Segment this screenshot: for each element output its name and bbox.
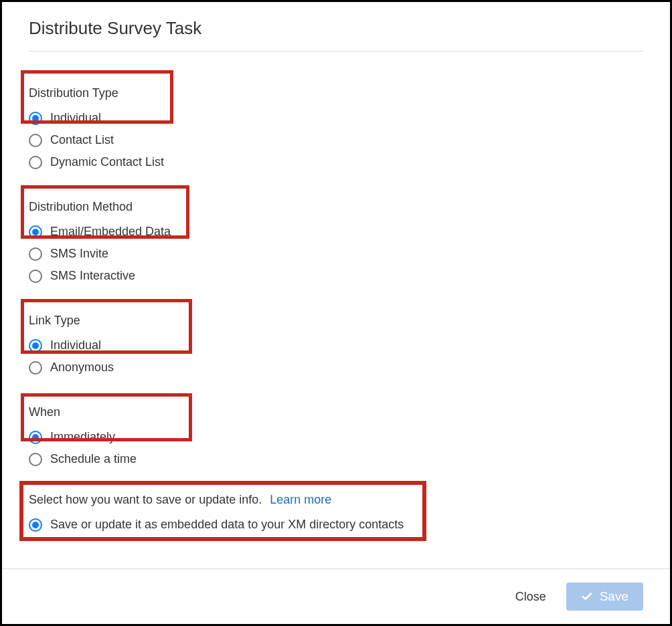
radio-label: Dynamic Contact List <box>50 155 164 169</box>
radio-option-contact-list[interactable]: Contact List <box>29 129 643 151</box>
section-label: Select how you want to save or update in… <box>29 490 262 507</box>
radio-label: Email/Embedded Data <box>50 225 171 239</box>
save-button[interactable]: Save <box>566 583 643 611</box>
radio-option-save-embedded-data[interactable]: Save or update it as embedded data to yo… <box>29 514 643 536</box>
radio-label: Individual <box>50 338 101 352</box>
save-button-label: Save <box>600 589 628 604</box>
section-distribution-type: Distribution Type Individual Contact Lis… <box>29 84 643 173</box>
radio-icon <box>29 361 42 375</box>
radio-option-sms-interactive[interactable]: SMS Interactive <box>29 265 643 287</box>
radio-icon <box>29 431 42 444</box>
radio-label: Save or update it as embedded data to yo… <box>50 518 404 532</box>
radio-label: Contact List <box>50 133 114 147</box>
radio-label: Individual <box>50 111 101 125</box>
section-label: Link Type <box>29 311 643 328</box>
radio-label: SMS Interactive <box>50 269 135 283</box>
radio-option-link-individual[interactable]: Individual <box>29 334 643 356</box>
radio-icon <box>29 156 42 169</box>
radio-icon <box>29 112 42 125</box>
radio-option-link-anonymous[interactable]: Anonymous <box>29 356 643 379</box>
radio-icon <box>29 453 42 466</box>
close-button[interactable]: Close <box>511 583 550 611</box>
section-label: When <box>29 403 643 419</box>
radio-label: Immediately <box>50 430 115 444</box>
radio-label: SMS Invite <box>50 247 108 261</box>
radio-icon <box>29 518 42 532</box>
modal-content: Distribution Type Individual Contact Lis… <box>2 51 670 624</box>
modal-footer: Close Save <box>2 568 670 624</box>
radio-icon <box>29 270 42 283</box>
radio-icon <box>29 225 42 239</box>
section-link-type: Link Type Individual Anonymous <box>29 311 643 379</box>
page-title: Distribute Survey Task <box>29 18 643 39</box>
section-save-info: Select how you want to save or update in… <box>29 488 643 536</box>
section-label: Distribution Method <box>29 197 643 214</box>
radio-option-schedule-time[interactable]: Schedule a time <box>29 448 643 470</box>
radio-option-email-embedded[interactable]: Email/Embedded Data <box>29 221 643 243</box>
radio-label: Schedule a time <box>50 452 137 466</box>
radio-icon <box>29 339 42 352</box>
learn-more-link[interactable]: Learn more <box>270 493 331 507</box>
radio-icon <box>29 134 42 147</box>
section-when: When Immediately Schedule a time <box>29 403 643 470</box>
radio-option-individual[interactable]: Individual <box>29 107 643 129</box>
radio-option-immediately[interactable]: Immediately <box>29 426 643 448</box>
distribute-survey-modal: Distribute Survey Task Distribution Type… <box>2 2 670 624</box>
check-icon <box>581 591 593 603</box>
modal-header: Distribute Survey Task <box>2 2 670 51</box>
radio-option-dynamic-contact-list[interactable]: Dynamic Contact List <box>29 151 643 173</box>
section-distribution-method: Distribution Method Email/Embedded Data … <box>29 197 643 287</box>
radio-icon <box>29 247 42 261</box>
radio-option-sms-invite[interactable]: SMS Invite <box>29 243 643 265</box>
section-label: Distribution Type <box>29 84 643 100</box>
radio-label: Anonymous <box>50 360 114 375</box>
